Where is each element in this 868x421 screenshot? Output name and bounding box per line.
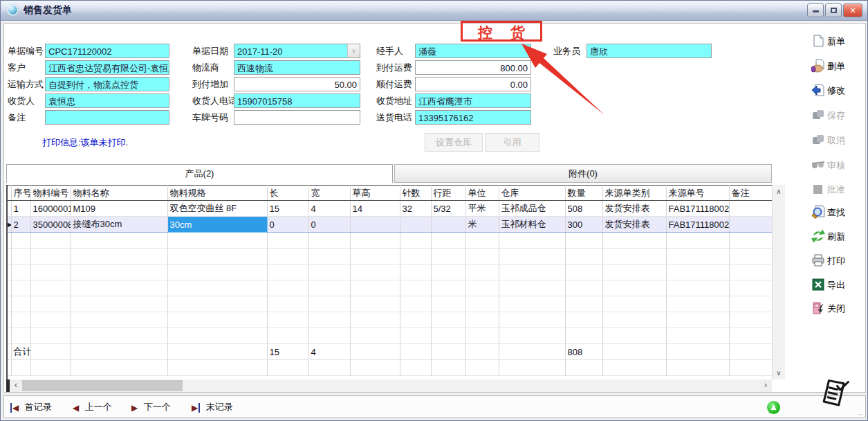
delete-doc-button[interactable]: 删单: [811, 59, 864, 74]
cell[interactable]: 300: [565, 217, 602, 233]
cell[interactable]: FAB171118002: [666, 201, 729, 217]
handler-field[interactable]: 潘薇: [415, 44, 531, 58]
empty-cell: [602, 296, 666, 312]
empty-cell: [167, 233, 267, 249]
delivery-phone-field[interactable]: 13395176162: [415, 110, 531, 125]
set-warehouse-button[interactable]: 设置仓库: [425, 133, 483, 152]
approve-button[interactable]: 批准: [811, 182, 864, 197]
cod-increase-field[interactable]: 50.00: [234, 77, 360, 91]
audit-button[interactable]: 审核: [811, 158, 864, 173]
resize-grip[interactable]: .::: [856, 412, 863, 420]
first-record-button[interactable]: ◀ 首记录: [10, 401, 52, 415]
cell[interactable]: 16000001: [30, 201, 71, 217]
scroll-right-icon[interactable]: ›: [759, 379, 772, 392]
empty-cell: [431, 296, 465, 312]
cell[interactable]: 发货安排表: [602, 217, 666, 233]
salesman-field[interactable]: 唐欣: [587, 44, 712, 58]
doc-no-field[interactable]: CPC171120002: [45, 44, 169, 58]
reference-button[interactable]: 引用: [485, 133, 539, 152]
cell[interactable]: 35000008: [30, 217, 71, 233]
cell[interactable]: 0: [267, 217, 308, 233]
cell[interactable]: 0: [308, 217, 350, 233]
close-form-button[interactable]: 关闭: [811, 301, 864, 316]
cell[interactable]: [431, 217, 465, 233]
consignee-phone-field[interactable]: 15907015758: [234, 93, 360, 108]
consignee-field[interactable]: 袁恒忠: [45, 93, 169, 108]
selected-cell[interactable]: 30cm: [167, 217, 267, 233]
maximize-button[interactable]: [825, 3, 842, 17]
cell[interactable]: 15: [267, 201, 308, 217]
remark-label: 备注: [8, 110, 26, 125]
empty-cell: [565, 280, 602, 296]
tab-products[interactable]: 产品(2): [6, 164, 393, 183]
prepaid-freight-field[interactable]: 0.00: [415, 77, 531, 91]
cell[interactable]: 14: [350, 201, 400, 217]
cell[interactable]: 4: [308, 201, 350, 217]
scroll-up-icon[interactable]: ∧: [773, 186, 785, 197]
logistics-provider-field[interactable]: 西速物流: [234, 60, 360, 75]
cell[interactable]: 5/32: [431, 201, 465, 217]
cell[interactable]: [350, 217, 400, 233]
exit-door-icon: [811, 301, 825, 315]
close-button[interactable]: ✕: [843, 3, 862, 17]
horizontal-scroll-thumb[interactable]: [22, 380, 183, 391]
horizontal-scrollbar[interactable]: ‹ ›: [6, 379, 772, 392]
chevron-down-icon[interactable]: ∨: [347, 44, 360, 57]
cell[interactable]: [729, 201, 772, 217]
cell[interactable]: 玉祁材料仓: [499, 217, 565, 233]
minimize-button[interactable]: [807, 3, 824, 17]
find-button[interactable]: 查找: [811, 205, 864, 220]
col-header: 物料规格: [167, 186, 267, 201]
empty-cell: [499, 296, 565, 312]
cell[interactable]: [729, 217, 772, 233]
cell[interactable]: FAB171118002: [666, 217, 729, 233]
empty-cell: [71, 296, 167, 312]
cell[interactable]: 508: [565, 201, 602, 217]
remark-field[interactable]: [45, 110, 169, 125]
last-record-button[interactable]: ▶ 末记录: [192, 401, 233, 415]
transport-mode-field[interactable]: 自提到付，物流点控货: [45, 77, 169, 91]
empty-cell: [499, 328, 565, 344]
cancel-button[interactable]: 取消: [811, 133, 864, 148]
modify-button[interactable]: 修改: [811, 83, 864, 98]
save-button[interactable]: 保存: [811, 108, 864, 123]
export-button[interactable]: 导出: [811, 278, 864, 293]
delete-doc-icon: [811, 59, 825, 73]
refresh-button[interactable]: 刷新: [811, 229, 864, 244]
customer-field[interactable]: 江西省忠达贸易有限公司-袁恒忠: [45, 60, 169, 75]
cell[interactable]: 双色空变曲丝 8F: [167, 201, 267, 217]
empty-cell: [729, 233, 772, 249]
cell[interactable]: 接缝布30cm: [71, 217, 167, 233]
empty-cell: [565, 265, 602, 280]
scroll-down-icon[interactable]: ∨: [773, 367, 785, 379]
grid-row-1[interactable]: 1 16000001 M109 双色空变曲丝 8F 15 4 14 32 5/3…: [8, 201, 772, 217]
last-record-icon: ▶: [192, 403, 200, 413]
vertical-scrollbar[interactable]: ∧ ∨: [772, 185, 785, 379]
previous-record-button[interactable]: ◀ 上一个: [73, 401, 112, 415]
next-record-button[interactable]: ▶ 下一个: [131, 401, 171, 415]
tab-attachments[interactable]: 附件(0): [394, 164, 772, 183]
new-doc-button[interactable]: 新单: [811, 34, 864, 49]
cell[interactable]: 2: [11, 217, 30, 233]
empty-cell: [11, 360, 30, 376]
cell[interactable]: 发货安排表: [602, 201, 666, 217]
audit-icon: [811, 158, 825, 172]
cell[interactable]: 玉祁成品仓: [499, 201, 565, 217]
print-button[interactable]: 打印: [811, 253, 864, 269]
grid-row-2-selected[interactable]: ▶ 2 35000008 接缝布30cm 30cm 0 0 米 玉祁材料仓 30…: [8, 217, 772, 233]
cell[interactable]: 1: [11, 201, 30, 217]
delivery-address-field[interactable]: 江西省鹰潭市: [415, 93, 531, 108]
scroll-left-icon[interactable]: ‹: [10, 379, 22, 392]
plate-no-field[interactable]: [234, 110, 360, 125]
cell[interactable]: 平米: [465, 201, 499, 217]
cell[interactable]: M109: [71, 201, 167, 217]
maximize-icon: [831, 8, 837, 13]
cell[interactable]: 米: [465, 217, 499, 233]
doc-date-field[interactable]: 2017-11-20 ∨: [234, 44, 360, 58]
cell[interactable]: [400, 217, 431, 233]
empty-cell: [11, 280, 30, 296]
empty-cell: [308, 280, 350, 296]
cell[interactable]: 32: [400, 201, 431, 217]
empty-cell: [400, 265, 431, 280]
cod-freight-field[interactable]: 800.00: [415, 60, 531, 75]
